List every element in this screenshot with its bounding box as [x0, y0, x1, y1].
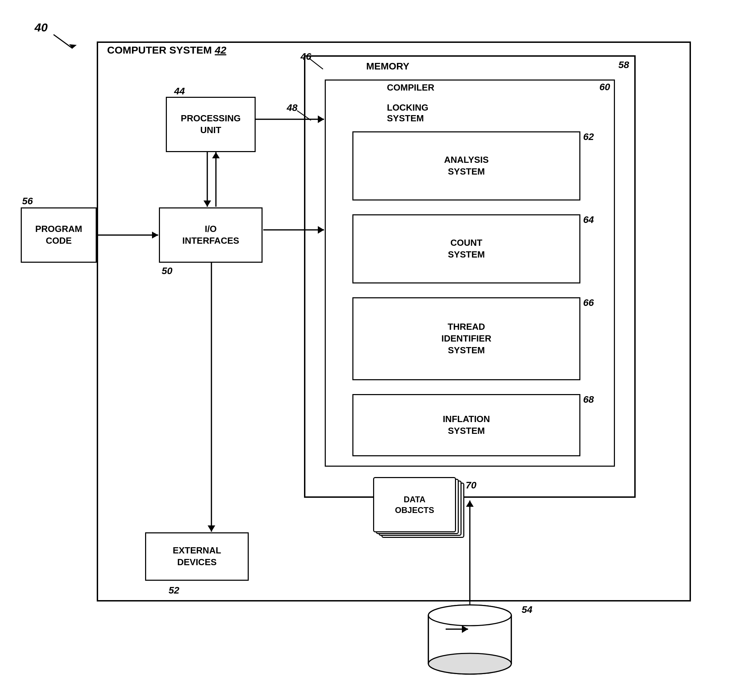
count-ref: 64: [583, 214, 594, 225]
thread-ref: 66: [583, 297, 594, 308]
diagram: 40: [0, 0, 731, 700]
io-interfaces-box: I/O INTERFACES: [159, 207, 263, 263]
compiler-label: COMPILER: [387, 82, 434, 93]
program-code-ref: 56: [22, 196, 33, 207]
thread-identifier-box: THREAD IDENTIFIER SYSTEM: [352, 297, 580, 380]
svg-line-0: [54, 35, 73, 49]
memory-ref: 58: [618, 59, 629, 71]
inflation-system-box: INFLATION SYSTEM: [352, 394, 580, 456]
database-cylinder: [421, 601, 518, 678]
analysis-system-box: ANALYSIS SYSTEM: [352, 131, 580, 200]
data-objects-ref: 70: [466, 480, 476, 491]
processing-unit-ref: 44: [174, 86, 185, 97]
inflation-ref: 68: [583, 394, 594, 405]
external-devices-ref: 52: [169, 585, 179, 596]
processing-unit-box: PROCESSING UNIT: [166, 97, 255, 152]
svg-point-24: [429, 605, 511, 626]
arrow-48-label: 48: [287, 102, 298, 113]
svg-marker-1: [69, 44, 77, 49]
io-ref: 50: [161, 265, 172, 276]
analysis-ref: 62: [583, 131, 594, 143]
locking-system-label: LOCKINGSYSTEM: [387, 102, 429, 124]
ref-46: 46: [301, 51, 311, 62]
external-devices-box: EXTERNAL DEVICES: [145, 532, 249, 581]
db-ref: 54: [522, 604, 532, 615]
svg-point-25: [429, 653, 511, 674]
figure-number: 40: [35, 21, 48, 34]
data-objects-area: DATA OBJECTS: [373, 477, 470, 546]
compiler-ref: 60: [599, 82, 610, 93]
program-code-box: PROGRAM CODE: [21, 207, 97, 263]
computer-system-label: COMPUTER SYSTEM 42: [107, 44, 226, 56]
memory-label: MEMORY: [366, 61, 410, 72]
count-system-box: COUNT SYSTEM: [352, 214, 580, 284]
